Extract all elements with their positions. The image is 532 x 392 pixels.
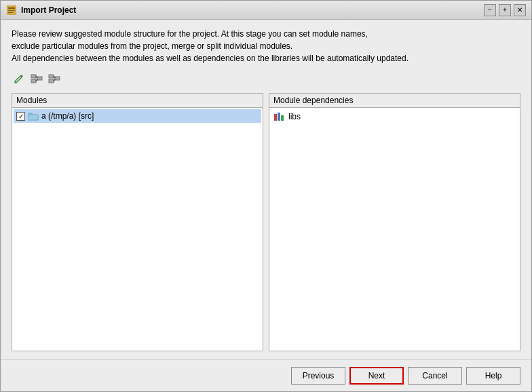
cancel-button[interactable]: Cancel xyxy=(408,367,462,385)
svg-rect-18 xyxy=(281,115,284,121)
previous-button[interactable]: Previous xyxy=(291,367,345,385)
svg-rect-10 xyxy=(49,75,54,78)
dependencies-panel: Module dependencies libs xyxy=(269,93,520,351)
maximize-button[interactable]: + xyxy=(499,4,511,16)
merge-icon xyxy=(48,73,60,84)
module-toolbar xyxy=(12,70,520,87)
minimize-button[interactable]: − xyxy=(484,4,496,16)
dialog-footer: Previous Next Cancel Help xyxy=(1,359,531,391)
description-line1: Please review suggested module structure… xyxy=(12,28,520,40)
title-bar: Import Project − + ✕ xyxy=(1,1,531,20)
svg-rect-15 xyxy=(28,115,38,120)
library-icon xyxy=(273,111,284,122)
next-button[interactable]: Next xyxy=(349,367,404,385)
dependencies-panel-header: Module dependencies xyxy=(269,94,520,108)
svg-rect-3 xyxy=(8,12,13,13)
svg-rect-16 xyxy=(274,114,277,121)
modules-panel-header: Modules xyxy=(12,94,263,108)
pencil-icon xyxy=(14,73,24,84)
module-item-a[interactable]: ✓ a (/tmp/a) [src] xyxy=(14,109,261,123)
close-button[interactable]: ✕ xyxy=(514,4,526,16)
main-content: Please review suggested module structure… xyxy=(1,20,531,359)
folder-icon xyxy=(28,111,39,121)
checkmark-icon: ✓ xyxy=(18,113,24,120)
merge-modules-button[interactable] xyxy=(47,71,62,86)
module-label-a: a (/tmp/a) [src] xyxy=(41,111,94,121)
split-module-button[interactable] xyxy=(29,71,44,86)
title-controls: − + ✕ xyxy=(484,4,526,16)
svg-rect-5 xyxy=(31,75,36,78)
svg-rect-2 xyxy=(8,10,15,11)
edit-module-button[interactable] xyxy=(12,71,26,86)
svg-rect-11 xyxy=(49,79,54,83)
description-line3: All dependencies between the modules as … xyxy=(12,52,520,64)
svg-rect-6 xyxy=(31,79,36,83)
svg-rect-17 xyxy=(278,113,280,121)
dependencies-panel-content: libs xyxy=(269,108,520,351)
svg-rect-12 xyxy=(55,77,60,80)
dependency-label-libs: libs xyxy=(288,112,301,121)
description-line2: exclude particular modules from the proj… xyxy=(12,40,520,52)
title-bar-left: Import Project xyxy=(6,5,76,16)
svg-rect-7 xyxy=(37,77,42,80)
dependency-item-libs[interactable]: libs xyxy=(271,109,518,124)
svg-rect-1 xyxy=(8,7,15,9)
import-project-window: Import Project − + ✕ Please review sugge… xyxy=(0,0,532,392)
window-icon xyxy=(6,5,17,16)
split-icon xyxy=(31,73,43,84)
window-title: Import Project xyxy=(21,5,76,15)
panels-container: Modules ✓ a (/tmp/a) [src] xyxy=(12,93,520,351)
description-text: Please review suggested module structure… xyxy=(12,28,520,64)
module-checkbox[interactable]: ✓ xyxy=(16,112,25,121)
modules-panel-content: ✓ a (/tmp/a) [src] xyxy=(12,108,263,351)
modules-panel: Modules ✓ a (/tmp/a) [src] xyxy=(12,93,263,351)
help-button[interactable]: Help xyxy=(466,367,520,385)
